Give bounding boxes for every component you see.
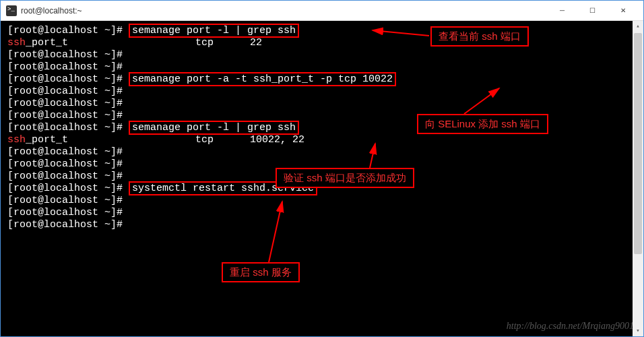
prompt: [root@localhost ~]# [7, 146, 123, 158]
terminal-line: [root@localhost ~]# semanage port -a -t … [7, 73, 637, 86]
command-box: semanage port -l | grep ssh [129, 121, 299, 135]
terminal-line: ssh_port_t tcp 22 [7, 37, 637, 49]
terminal-line: ssh_port_t tcp 10022, 22 [7, 134, 637, 146]
prompt: [root@localhost ~]# [7, 73, 123, 85]
prompt: [root@localhost ~]# [7, 183, 123, 194]
output-highlight: ssh [7, 37, 26, 49]
output-highlight: ssh [7, 134, 26, 146]
scroll-down-icon[interactable]: ▾ [633, 326, 643, 336]
watermark: http://blog.csdn.net/Mrqiang9001 [507, 321, 634, 332]
annotation-label: 向 SELinux 添加 ssh 端口 [417, 114, 548, 134]
prompt: [root@localhost ~]# [7, 158, 123, 170]
prompt: [root@localhost ~]# [7, 49, 123, 61]
prompt: [root@localhost ~]# [7, 171, 123, 182]
terminal-icon [6, 5, 17, 16]
annotation-label: 查看当前 ssh 端口 [430, 26, 529, 47]
terminal-body[interactable]: [root@localhost ~]# semanage port -l | g… [1, 21, 643, 336]
output-text: _port_t [26, 37, 68, 49]
prompt: [root@localhost ~]# [7, 25, 123, 36]
annotation-label: 重启 ssh 服务 [222, 262, 300, 282]
terminal-line: [root@localhost ~]# semanage port -l | g… [7, 25, 637, 37]
scrollbar[interactable]: ▴ ▾ [633, 21, 643, 336]
prompt: [root@localhost ~]# [7, 61, 123, 73]
prompt: [root@localhost ~]# [7, 122, 123, 133]
terminal-window: root@localhost:~ ─ ☐ ✕ [root@localhost ~… [0, 0, 644, 337]
close-button[interactable]: ✕ [608, 1, 638, 20]
maximize-button[interactable]: ☐ [577, 1, 608, 20]
command-text: semanage port -l | grep ssh [132, 122, 296, 133]
output-text: _port_t [26, 134, 68, 146]
command-text: semanage port -a -t ssh_port_t -p tcp 10… [132, 73, 393, 85]
minimize-button[interactable]: ─ [547, 1, 577, 20]
command-text: semanage port -l | grep ssh [132, 25, 296, 36]
prompt: [root@localhost ~]# [7, 219, 123, 231]
prompt: [root@localhost ~]# [7, 110, 123, 121]
terminal-line: [root@localhost ~]# [7, 207, 637, 219]
output-text: 22 [250, 37, 262, 49]
terminal-line: [root@localhost ~]# [7, 146, 637, 158]
prompt: [root@localhost ~]# [7, 86, 123, 97]
prompt: [root@localhost ~]# [7, 207, 123, 218]
terminal-line: [root@localhost ~]# [7, 86, 637, 98]
scroll-up-icon[interactable]: ▴ [633, 21, 643, 32]
output-text: 10022, 22 [250, 134, 304, 146]
terminal-line: [root@localhost ~]# [7, 49, 637, 61]
scrollbar-thumb[interactable] [634, 33, 642, 254]
command-box: semanage port -l | grep ssh [129, 24, 299, 38]
terminal-line: [root@localhost ~]# [7, 195, 637, 207]
window-title: root@localhost:~ [21, 6, 547, 16]
output-text: tcp [195, 134, 214, 146]
terminal-line: [root@localhost ~]# [7, 98, 637, 110]
terminal-line: [root@localhost ~]# [7, 219, 637, 231]
window-controls: ─ ☐ ✕ [547, 1, 638, 20]
titlebar: root@localhost:~ ─ ☐ ✕ [1, 1, 643, 21]
output-text: tcp [195, 37, 214, 49]
command-box: semanage port -a -t ssh_port_t -p tcp 10… [129, 72, 396, 86]
annotation-label: 验证 ssh 端口是否添加成功 [276, 168, 414, 188]
prompt: [root@localhost ~]# [7, 98, 123, 109]
prompt: [root@localhost ~]# [7, 195, 123, 206]
